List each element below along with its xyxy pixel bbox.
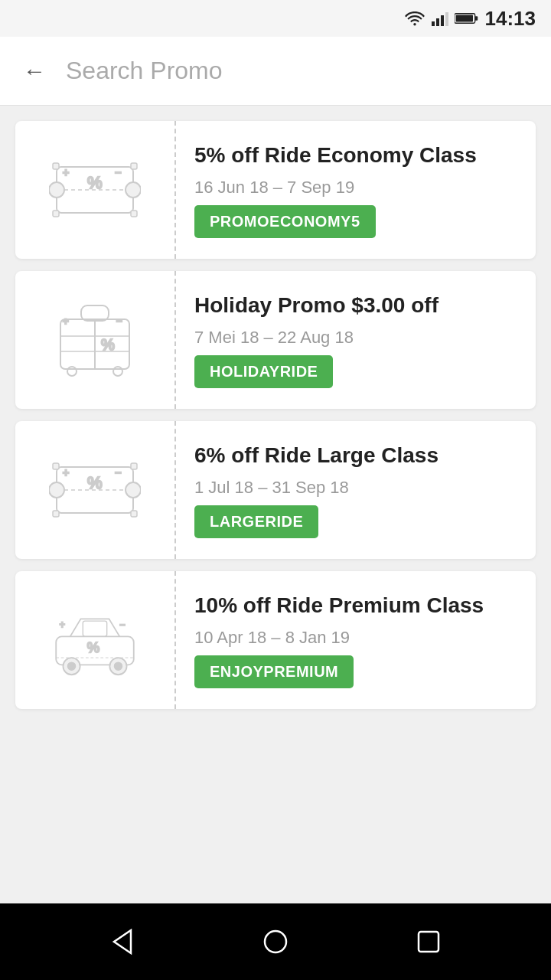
battery-icon bbox=[455, 11, 479, 25]
svg-point-50 bbox=[265, 931, 286, 952]
signal-icon bbox=[432, 11, 448, 26]
back-button[interactable]: ← bbox=[15, 51, 54, 92]
svg-text:%: % bbox=[87, 639, 99, 655]
promo-code-button[interactable]: HOLIDAYRIDE bbox=[194, 355, 333, 388]
nav-back-button[interactable] bbox=[100, 920, 145, 964]
svg-text:+: + bbox=[63, 166, 69, 178]
svg-text:−: − bbox=[116, 315, 122, 327]
svg-rect-14 bbox=[53, 163, 59, 169]
svg-text:%: % bbox=[87, 473, 103, 492]
svg-rect-36 bbox=[131, 463, 137, 469]
promo-card: % + − 6% off Ride Large Class 1 Jul 18 –… bbox=[15, 421, 536, 559]
svg-rect-15 bbox=[131, 163, 137, 169]
svg-marker-49 bbox=[114, 930, 131, 953]
svg-text:%: % bbox=[101, 336, 115, 353]
svg-rect-37 bbox=[53, 511, 59, 517]
toolbar: ← Search Promo bbox=[0, 37, 551, 106]
nav-home-button[interactable] bbox=[253, 920, 298, 964]
promo-title: 10% off Ride Premium Class bbox=[194, 592, 517, 619]
svg-rect-16 bbox=[53, 211, 59, 217]
svg-rect-5 bbox=[474, 16, 478, 20]
promo-date: 10 Apr 18 – 8 Jan 19 bbox=[194, 628, 517, 648]
svg-point-9 bbox=[126, 182, 141, 198]
promo-title: Holiday Promo $3.00 off bbox=[194, 292, 517, 319]
svg-point-24 bbox=[113, 367, 122, 376]
svg-point-30 bbox=[126, 482, 141, 498]
svg-text:+: + bbox=[63, 466, 69, 479]
promo-icon-area: % + − bbox=[15, 271, 176, 409]
promo-card: % + − 5% off Ride Economy Class 16 Jun 1… bbox=[15, 121, 536, 259]
promo-list: % + − 5% off Ride Economy Class 16 Jun 1… bbox=[0, 106, 551, 903]
home-nav-icon bbox=[261, 927, 290, 956]
promo-date: 7 Mei 18 – 22 Aug 18 bbox=[194, 328, 517, 348]
promo-icon-area: % + − bbox=[15, 571, 176, 709]
svg-rect-1 bbox=[436, 18, 439, 26]
promo-info: Holiday Promo $3.00 off 7 Mei 18 – 22 Au… bbox=[176, 271, 536, 409]
svg-text:+: + bbox=[60, 619, 65, 630]
promo-date: 1 Jul 18 – 31 Sep 18 bbox=[194, 478, 517, 498]
svg-text:−: − bbox=[115, 466, 121, 479]
svg-rect-38 bbox=[131, 511, 137, 517]
status-bar: 14:13 bbox=[0, 0, 551, 37]
svg-rect-0 bbox=[432, 21, 435, 26]
back-arrow-icon: ← bbox=[23, 58, 46, 84]
svg-text:%: % bbox=[87, 173, 103, 192]
wifi-icon bbox=[404, 11, 425, 26]
svg-point-8 bbox=[49, 182, 64, 198]
promo-icon-area: % + − bbox=[15, 421, 176, 559]
svg-rect-51 bbox=[419, 932, 439, 952]
bottom-nav bbox=[0, 903, 551, 980]
promo-title: 6% off Ride Large Class bbox=[194, 442, 517, 469]
promo-code-button[interactable]: LARGERIDE bbox=[194, 505, 318, 538]
svg-rect-6 bbox=[455, 15, 472, 22]
promo-card: % + − 10% off Ride Premium Class 10 Apr … bbox=[15, 571, 536, 709]
promo-info: 6% off Ride Large Class 1 Jul 18 – 31 Se… bbox=[176, 421, 536, 559]
svg-rect-17 bbox=[131, 211, 137, 217]
status-time: 14:13 bbox=[485, 7, 536, 31]
promo-info: 5% off Ride Economy Class 16 Jun 18 – 7 … bbox=[176, 121, 536, 259]
svg-rect-2 bbox=[441, 15, 444, 26]
back-nav-icon bbox=[108, 927, 137, 956]
nav-recent-button[interactable] bbox=[406, 920, 451, 964]
svg-point-44 bbox=[115, 663, 122, 670]
svg-point-23 bbox=[67, 367, 77, 376]
promo-info: 10% off Ride Premium Class 10 Apr 18 – 8… bbox=[176, 571, 536, 709]
svg-text:−: − bbox=[119, 619, 125, 630]
svg-rect-40 bbox=[83, 621, 106, 636]
promo-date: 16 Jun 18 – 7 Sep 19 bbox=[194, 178, 517, 198]
svg-point-29 bbox=[49, 482, 64, 498]
svg-text:+: + bbox=[63, 315, 69, 327]
status-icons: 14:13 bbox=[404, 7, 536, 31]
svg-point-43 bbox=[68, 663, 75, 670]
promo-title: 5% off Ride Economy Class bbox=[194, 142, 517, 169]
svg-rect-3 bbox=[445, 12, 448, 26]
promo-code-button[interactable]: PROMOECONOMY5 bbox=[194, 205, 376, 238]
promo-icon-area: % + − bbox=[15, 121, 176, 259]
svg-text:−: − bbox=[115, 166, 121, 178]
svg-rect-35 bbox=[53, 463, 59, 469]
promo-code-button[interactable]: ENJOYPREMIUM bbox=[194, 655, 354, 688]
promo-card: % + − Holiday Promo $3.00 off 7 Mei 18 –… bbox=[15, 271, 536, 409]
recent-nav-icon bbox=[414, 927, 443, 956]
toolbar-title: Search Promo bbox=[66, 57, 223, 85]
